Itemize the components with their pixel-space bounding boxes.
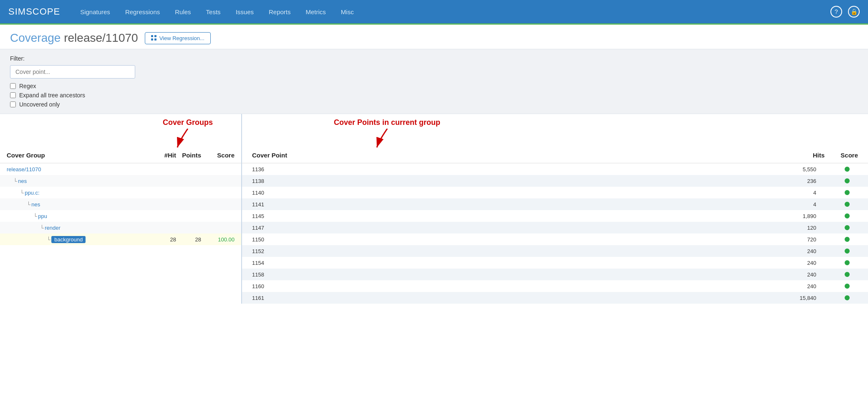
cp-score-1158	[825, 272, 858, 277]
lock-icon[interactable]: 🔒	[848, 6, 860, 18]
cp-score-1140	[825, 190, 858, 195]
tree-link-ppuc[interactable]: ppu.c:	[25, 190, 39, 196]
cp-score-1136	[825, 167, 858, 172]
green-dot	[845, 202, 850, 207]
page-header: Coverage release/11070 View Regression..…	[0, 25, 868, 49]
uncovered-only-checkbox-row[interactable]: Uncovered only	[10, 101, 858, 108]
cp-hits-1152: 240	[775, 248, 825, 254]
tree-link-ppu[interactable]: ppu	[38, 213, 47, 219]
expand-tree-label: Expand all tree ancestors	[19, 92, 85, 99]
cp-point-1138: 1138	[252, 178, 775, 184]
cp-hits-1145: 1,890	[775, 213, 825, 219]
tree-selected-background[interactable]: background	[51, 236, 86, 243]
main-nav: SIMSCOPE Signatures Regressions Rules Te…	[0, 0, 868, 23]
cp-row-1161: 1161 15,840	[242, 292, 868, 304]
tree-row-ppuc: └ ppu.c:	[0, 187, 241, 198]
regex-checkbox[interactable]	[10, 83, 16, 89]
cp-hits-1161: 15,840	[775, 295, 825, 301]
background-points: 28	[176, 236, 201, 243]
cp-point-1136: 1136	[252, 166, 775, 173]
tree-link-release[interactable]: release/11070	[7, 166, 41, 173]
cover-groups-table-header: Cover Group #Hit Points Score	[0, 147, 241, 163]
cp-row-1158: 1158 240	[242, 269, 868, 280]
cp-point-1154: 1154	[252, 260, 775, 266]
grid-icon	[151, 35, 157, 41]
cp-row-1136: 1136 5,550	[242, 163, 868, 175]
col-score: Score	[201, 152, 235, 159]
cp-point-1141: 1141	[252, 201, 775, 208]
nav-regressions[interactable]: Regressions	[118, 0, 167, 23]
cp-hits-1150: 720	[775, 236, 825, 243]
green-dot	[845, 178, 850, 183]
content-wrapper: Cover Groups Cover Points in current gro…	[0, 114, 868, 304]
col-cover-point: Cover Point	[252, 152, 775, 159]
cp-point-1145: 1145	[252, 213, 775, 219]
view-regression-button[interactable]: View Regression...	[145, 32, 211, 44]
nav-reports[interactable]: Reports	[261, 0, 298, 23]
regex-checkbox-row[interactable]: Regex	[10, 83, 858, 89]
nav-links: Signatures Regressions Rules Tests Issue…	[73, 0, 830, 23]
help-icon[interactable]: ?	[830, 6, 842, 18]
cp-score-1138	[825, 178, 858, 183]
cover-groups-panel: Cover Group #Hit Points Score release/11…	[0, 114, 242, 304]
cp-hits-1147: 120	[775, 225, 825, 231]
cp-point-1147: 1147	[252, 225, 775, 231]
nav-rules[interactable]: Rules	[167, 0, 198, 23]
connector-6: └	[47, 236, 50, 243]
cp-hits-1141: 4	[775, 201, 825, 208]
background-score: 100.00	[201, 236, 235, 243]
cp-hits-1160: 240	[775, 283, 825, 289]
green-dot	[845, 237, 850, 242]
logo-scope: SCOPE	[26, 6, 60, 17]
green-dot	[845, 272, 850, 277]
main-content: Cover Group #Hit Points Score release/11…	[0, 114, 868, 304]
cp-point-1158: 1158	[252, 271, 775, 278]
cover-point-filter-input[interactable]	[10, 65, 135, 79]
nav-signatures[interactable]: Signatures	[73, 0, 118, 23]
green-dot	[845, 295, 850, 300]
cp-hits-1158: 240	[775, 271, 825, 278]
filter-area: Filter: Regex Expand all tree ancestors …	[0, 49, 868, 114]
connector-2: └	[20, 190, 24, 196]
tree-link-render[interactable]: render	[45, 225, 61, 231]
cp-hits-1154: 240	[775, 260, 825, 266]
cp-score-1154	[825, 260, 858, 265]
nav-misc[interactable]: Misc	[333, 0, 361, 23]
col-hits: Hits	[775, 152, 825, 159]
tree-row-ppu: └ ppu	[0, 210, 241, 222]
cp-score-1145	[825, 213, 858, 218]
tree-row-nes1: └ nes	[0, 175, 241, 187]
cp-row-1138: 1138 236	[242, 175, 868, 187]
cp-point-1150: 1150	[252, 236, 775, 243]
connector-1: └	[13, 178, 17, 184]
filter-label: Filter:	[10, 55, 858, 62]
cp-row-1140: 1140 4	[242, 187, 868, 198]
tree-link-nes2[interactable]: nes	[31, 201, 40, 208]
green-dot	[845, 225, 850, 230]
cover-points-panel: Cover Point Hits Score 1136 5,550 1138 2…	[242, 114, 868, 304]
logo: SIMSCOPE	[8, 6, 60, 17]
tree-row-render: └ render	[0, 222, 241, 233]
nav-tests[interactable]: Tests	[199, 0, 228, 23]
background-hit: 28	[151, 236, 176, 243]
tree-link-nes1[interactable]: nes	[18, 178, 27, 184]
nav-issues[interactable]: Issues	[228, 0, 261, 23]
cp-hits-1140: 4	[775, 190, 825, 196]
title-coverage: Coverage	[10, 31, 61, 44]
cp-row-1145: 1145 1,890	[242, 210, 868, 222]
cp-score-1152	[825, 249, 858, 254]
green-dot	[845, 260, 850, 265]
nav-metrics[interactable]: Metrics	[298, 0, 333, 23]
col-cp-score: Score	[825, 152, 858, 159]
expand-tree-checkbox[interactable]	[10, 92, 16, 98]
connector-5: └	[40, 225, 44, 231]
cp-row-1141: 1141 4	[242, 198, 868, 210]
tree-row-nes2: └ nes	[0, 198, 241, 210]
green-dot	[845, 249, 850, 254]
cp-score-1141	[825, 202, 858, 207]
uncovered-only-checkbox[interactable]	[10, 101, 16, 107]
cp-table-header: Cover Point Hits Score	[242, 147, 868, 163]
expand-tree-checkbox-row[interactable]: Expand all tree ancestors	[10, 92, 858, 99]
green-dot	[845, 284, 850, 289]
green-dot	[845, 213, 850, 218]
